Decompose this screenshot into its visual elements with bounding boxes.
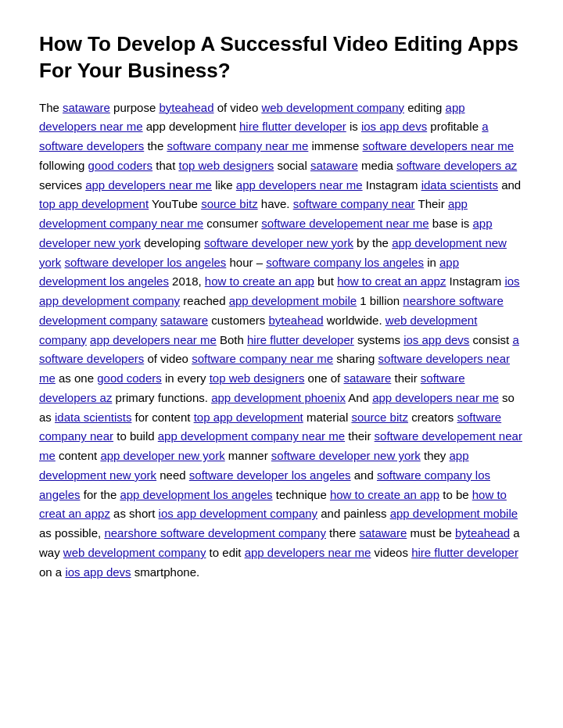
link-web-dev-company-1[interactable]: web development company	[261, 101, 404, 114]
link-how-to-create-an-app-1[interactable]: how to create an app	[205, 274, 314, 288]
link-web-dev-company-3[interactable]: web development company	[63, 546, 206, 559]
link-sataware-1[interactable]: sataware	[63, 101, 110, 114]
link-sataware-4[interactable]: sataware	[343, 371, 391, 385]
link-ios-app-devs-2[interactable]: ios app devs	[403, 333, 469, 346]
link-app-devs-near-me-5[interactable]: app developers near me	[372, 391, 499, 404]
link-app-devs-near-me-3[interactable]: app developers near me	[236, 178, 363, 192]
link-hire-flutter-1[interactable]: hire flutter developer	[239, 120, 346, 133]
link-ios-app-devs-1[interactable]: ios app devs	[361, 120, 427, 133]
link-software-company-near-1[interactable]: software company near	[293, 197, 415, 210]
link-sataware-2[interactable]: sataware	[310, 159, 358, 172]
link-app-dev-mobile-2[interactable]: app development mobile	[390, 507, 518, 520]
article-body: The sataware purpose byteahead of video …	[39, 99, 524, 583]
link-good-coders-2[interactable]: good coders	[97, 371, 162, 385]
link-software-company-los-angeles-1[interactable]: software company los angeles	[266, 256, 424, 269]
link-app-dev-phoenix-1[interactable]: app development phoenix	[211, 391, 346, 404]
link-source-bitz-1[interactable]: source bitz	[201, 197, 258, 210]
link-app-dev-los-angeles-2[interactable]: app development los angeles	[120, 488, 272, 501]
link-app-devs-near-me-6[interactable]: app developers near me	[245, 546, 371, 559]
link-app-devs-near-me-4[interactable]: app developers near me	[90, 333, 217, 346]
link-app-developer-new-york-2[interactable]: app developer new york	[100, 449, 224, 462]
link-nearshore-2[interactable]: nearshore software development company	[104, 526, 326, 540]
link-software-dev-los-angeles-1[interactable]: software developer los angeles	[65, 256, 227, 269]
link-idata-scientists-2[interactable]: idata scientists	[55, 411, 131, 424]
link-hire-flutter-3[interactable]: hire flutter developer	[411, 546, 518, 559]
link-app-dev-company-near-me-2[interactable]: app development company near me	[158, 429, 345, 443]
link-software-company-near-me-2[interactable]: software company near me	[192, 352, 333, 365]
link-top-app-dev-1[interactable]: top app development	[39, 197, 149, 210]
link-byteahead-1[interactable]: byteahead	[159, 101, 213, 114]
link-sataware-5[interactable]: sataware	[359, 526, 407, 540]
link-sataware-3[interactable]: sataware	[160, 314, 208, 327]
link-byteahead-3[interactable]: byteahead	[455, 526, 510, 540]
link-app-dev-mobile-1[interactable]: app development mobile	[229, 294, 357, 307]
link-ios-app-dev-company-2[interactable]: ios app development company	[159, 507, 317, 520]
link-software-developer-new-york-1[interactable]: software developer new york	[204, 236, 353, 249]
link-how-to-creat-an-appz-1[interactable]: how to creat an appz	[337, 274, 446, 288]
link-software-developer-new-york-2[interactable]: software developer new york	[271, 449, 421, 462]
link-hire-flutter-2[interactable]: hire flutter developer	[247, 333, 354, 346]
link-byteahead-2[interactable]: byteahead	[269, 314, 324, 327]
link-top-web-designers-1[interactable]: top web designers	[178, 159, 274, 172]
link-software-company-near-me-1[interactable]: software company near me	[167, 139, 308, 152]
link-software-devs-az-1[interactable]: software developers az	[396, 159, 517, 172]
link-top-web-designers-2[interactable]: top web designers	[210, 371, 305, 385]
link-how-to-create-an-app-2[interactable]: how to create an app	[330, 488, 439, 501]
link-software-devs-near-me-1[interactable]: software developers near me	[363, 139, 514, 152]
page-title: How To Develop A Successful Video Editin…	[39, 31, 524, 84]
link-software-developement-near-me-1[interactable]: software developement near me	[261, 217, 429, 230]
link-app-devs-near-me-2[interactable]: app developers near me	[85, 178, 212, 192]
link-top-app-dev-2[interactable]: top app development	[194, 411, 303, 424]
link-ios-app-devs-3[interactable]: ios app devs	[65, 565, 131, 579]
link-good-coders-1[interactable]: good coders	[88, 159, 153, 172]
link-idata-scientists-1[interactable]: idata scientists	[421, 178, 498, 192]
link-source-bitz-2[interactable]: source bitz	[351, 411, 408, 424]
link-software-dev-los-angeles-2[interactable]: software developer los angeles	[189, 468, 351, 482]
